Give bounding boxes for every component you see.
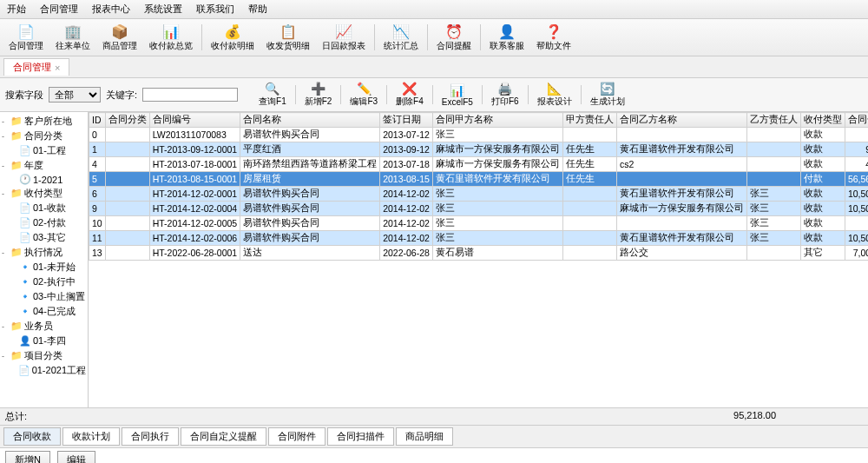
toolbar-往来单位[interactable]: 🏢往来单位	[50, 21, 95, 54]
toolbar-收付款总览[interactable]: 📊收付款总览	[144, 21, 198, 54]
tree-icon: 🔹	[19, 306, 31, 317]
col-合同名称[interactable]: 合同名称	[240, 113, 380, 128]
报表设计-icon: 📐	[547, 82, 562, 96]
tree-node-年度[interactable]: -📁年度	[2, 158, 86, 173]
toolbar-联系客服[interactable]: 👤联系客服	[484, 21, 529, 54]
toolbar-合同提醒[interactable]: ⏰合同提醒	[431, 21, 477, 54]
expand-icon[interactable]: -	[2, 117, 10, 126]
tree-label: 03-其它	[33, 231, 66, 244]
tree-node-01-未开始[interactable]: 🔹01-未开始	[2, 260, 86, 274]
tree-node-客户所在地[interactable]: -📁客户所在地	[2, 114, 86, 129]
table-row[interactable]: 9HT-2014-12-02-0004易谱软件购买合同2014-12-02张三麻…	[89, 202, 869, 216]
table-row[interactable]: 6HT-2014-12-02-0001易谱软件购买合同2014-12-02张三黄…	[89, 187, 869, 202]
table-row[interactable]: 13HT-2022-06-28-0001送达2022-06-28黄石易谱路公交其…	[89, 246, 869, 261]
search-btn-新增F2[interactable]: ➕新增F2	[299, 81, 338, 109]
tree-node-执行情况[interactable]: -📁执行情况	[2, 245, 86, 260]
tree-node-01-2021工程[interactable]: 📄01-2021工程	[2, 363, 86, 378]
search-input[interactable]	[142, 88, 238, 102]
toolbar-合同管理[interactable]: 📄合同管理	[3, 21, 49, 54]
detail-tab-商品明细[interactable]: 商品明细	[396, 427, 453, 446]
table-row[interactable]: 1HT-2013-09-12-0001平度红酒2013-09-12麻城市一方保安…	[89, 142, 869, 157]
tab-bar: 合同管理 ×	[0, 56, 868, 78]
menu-联系我们[interactable]: 联系我们	[193, 2, 238, 17]
tree-node-合同分类[interactable]: -📁合同分类	[2, 129, 86, 143]
tree-node-03-中止搁置[interactable]: 🔹03-中止搁置	[2, 289, 86, 304]
search-btn-生成计划[interactable]: 🔄生成计划	[585, 81, 630, 109]
往来单位-icon: 🏢	[64, 23, 82, 40]
tree-icon: 📄	[19, 202, 31, 214]
tree-label: 01-工程	[33, 144, 66, 157]
toolbar-收付款明细[interactable]: 💰收付款明细	[206, 21, 260, 54]
detail-tab-收款计划[interactable]: 收款计划	[62, 427, 120, 446]
detail-tab-合同收款[interactable]: 合同收款	[3, 427, 61, 446]
tree-node-项目分类[interactable]: -📁项目分类	[2, 348, 86, 363]
search-btn-ExcelF5[interactable]: 📊ExcelF5	[437, 83, 478, 108]
col-合同乙方名称[interactable]: 合同乙方名称	[616, 113, 746, 128]
col-签订日期[interactable]: 签订日期	[380, 113, 433, 128]
expand-icon[interactable]: -	[2, 248, 10, 257]
新增F2-icon: ➕	[311, 82, 326, 96]
search-btn-报表设计[interactable]: 📐报表设计	[532, 81, 577, 109]
toolbar-收发货明细[interactable]: 📋收发货明细	[261, 21, 315, 54]
search-keyword-label: 关键字:	[106, 89, 137, 102]
tree-node-01-工程[interactable]: 📄01-工程	[2, 143, 86, 158]
tree-node-01-李四[interactable]: 👤01-李四	[2, 334, 86, 348]
main-grid: ID合同分类合同编号合同名称签订日期合同甲方名称甲方责任人合同乙方名称乙方责任人…	[89, 112, 868, 407]
table-row[interactable]: 0LW201311070083易谱软件购买合同2013-07-12张三收款2.0…	[89, 128, 869, 142]
tree-node-03-其它[interactable]: 📄03-其它	[2, 230, 86, 245]
toolbar-商品管理[interactable]: 📦商品管理	[97, 21, 142, 54]
menu-开始[interactable]: 开始	[3, 2, 30, 17]
tree-node-收付类型[interactable]: -📁收付类型	[2, 186, 86, 201]
expand-icon[interactable]: -	[2, 162, 10, 170]
menu-系统设置[interactable]: 系统设置	[141, 2, 186, 17]
col-收付类型[interactable]: 收付类型	[800, 113, 845, 128]
detail-btn-编辑[interactable]: 编辑	[57, 451, 95, 463]
table-row[interactable]: 5HT-2013-08-15-0001房屋租赁2013-08-15黄石里谱软件开…	[89, 172, 869, 187]
detail-tab-合同附件[interactable]: 合同附件	[268, 427, 326, 446]
编辑F3-icon: ✏️	[357, 82, 372, 96]
col-ID[interactable]: ID	[89, 113, 106, 128]
search-btn-编辑F3[interactable]: ✏️编辑F3	[345, 81, 383, 109]
detail-tab-合同扫描件[interactable]: 合同扫描件	[327, 427, 394, 446]
ExcelF5-icon: 📊	[450, 83, 464, 97]
col-甲方责任人[interactable]: 甲方责任人	[562, 113, 616, 128]
tab-contract-mgmt[interactable]: 合同管理 ×	[3, 58, 69, 76]
expand-icon[interactable]: -	[2, 189, 10, 198]
search-field-select[interactable]: 全部	[49, 87, 101, 103]
col-合同金额[interactable]: 合同金额	[845, 113, 868, 128]
search-btn-打印F6[interactable]: 🖨️打印F6	[486, 81, 524, 109]
detail-tab-bar: 合同收款收款计划合同执行合同自定义提醒合同附件合同扫描件商品明细	[0, 425, 868, 448]
detail-tab-合同执行[interactable]: 合同执行	[122, 427, 179, 446]
toolbar-统计汇总[interactable]: 📉统计汇总	[378, 21, 424, 54]
col-合同甲方名称[interactable]: 合同甲方名称	[432, 113, 562, 128]
table-row[interactable]: 11HT-2014-12-02-0006易谱软件购买合同2014-12-02张三…	[89, 231, 869, 246]
toolbar-日回款报表[interactable]: 📈日回款报表	[317, 21, 371, 54]
col-合同编号[interactable]: 合同编号	[149, 113, 240, 128]
table-row[interactable]: 10HT-2014-12-02-0005易谱软件购买合同2014-12-02张三…	[89, 216, 869, 231]
tree-node-04-已完成[interactable]: 🔹04-已完成	[2, 304, 86, 319]
menu-合同管理[interactable]: 合同管理	[36, 2, 82, 17]
tree-node-业务员[interactable]: -📁业务员	[2, 319, 86, 334]
toolbar-帮助文件[interactable]: ❓帮助文件	[531, 21, 576, 54]
打印F6-icon: 🖨️	[497, 82, 512, 96]
expand-icon[interactable]: -	[2, 132, 10, 141]
tree-node-02-付款[interactable]: 📄02-付款	[2, 215, 86, 230]
expand-icon[interactable]: -	[2, 352, 10, 360]
menu-报表中心[interactable]: 报表中心	[89, 2, 134, 17]
tree-label: 02-付款	[33, 216, 66, 229]
search-btn-删除F4[interactable]: ❌删除F4	[391, 81, 429, 109]
tree-node-1-2021[interactable]: 🕐1-2021	[2, 173, 86, 186]
tree-icon: 👤	[19, 335, 31, 347]
tree-node-02-执行中[interactable]: 🔹02-执行中	[2, 274, 86, 289]
search-btn-查询F1[interactable]: 🔍查询F1	[253, 81, 292, 109]
menu-帮助[interactable]: 帮助	[245, 2, 271, 17]
close-icon[interactable]: ×	[55, 63, 60, 73]
table-row[interactable]: 4HT-2013-07-18-0001南环路禁组西路等道路桥梁工程2013-07…	[89, 157, 869, 172]
tree-label: 03-中止搁置	[33, 290, 85, 303]
col-乙方责任人[interactable]: 乙方责任人	[746, 113, 800, 128]
detail-tab-合同自定义提醒[interactable]: 合同自定义提醒	[181, 427, 266, 446]
expand-icon[interactable]: -	[2, 322, 10, 331]
col-合同分类[interactable]: 合同分类	[105, 113, 149, 128]
detail-btn-新增N[interactable]: 新增N	[5, 451, 50, 463]
tree-node-01-收款[interactable]: 📄01-收款	[2, 201, 86, 215]
